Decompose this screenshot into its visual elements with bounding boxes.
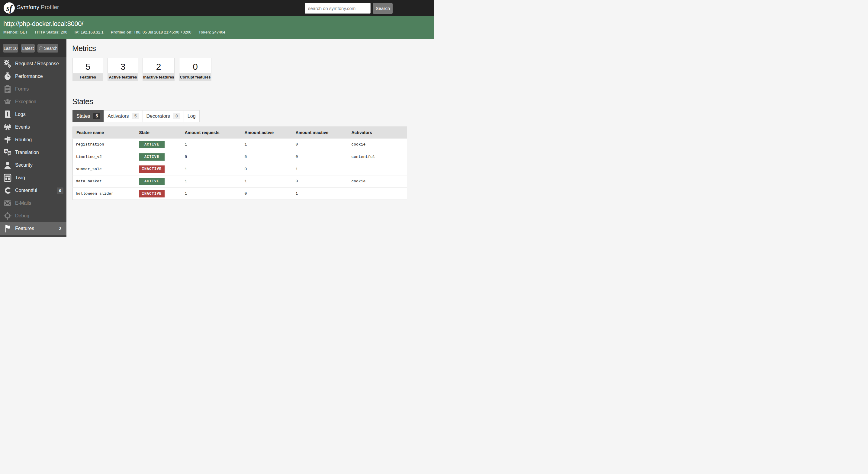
svg-text:sf: sf [6,3,13,13]
svg-text:a: a [5,149,7,153]
